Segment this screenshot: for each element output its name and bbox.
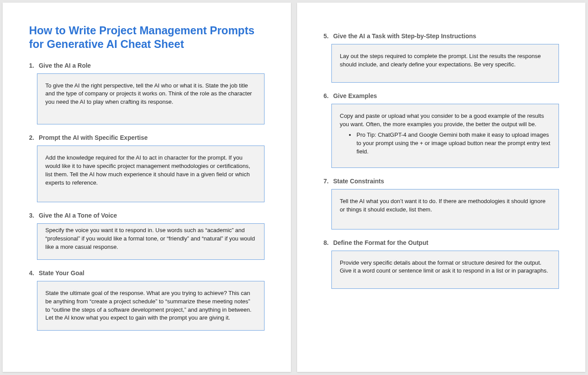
section-body-box: Copy and paste or upload what you consid…	[331, 104, 559, 168]
section-1: 1. Give the AI a Role To give the AI the…	[29, 62, 265, 125]
section-heading-text: Give Examples	[333, 92, 377, 99]
section-heading-text: Give the AI a Role	[39, 62, 91, 69]
section-body-text: Tell the AI what you don’t want it to do…	[340, 198, 546, 213]
section-heading: 7. State Constraints	[323, 178, 559, 185]
section-body-box: Add the knowledge required for the AI to…	[37, 146, 265, 202]
section-4: 4. State Your Goal State the ultimate go…	[29, 269, 265, 331]
section-body-text: Lay out the steps required to complete t…	[340, 53, 541, 68]
section-heading: 6. Give Examples	[323, 92, 559, 99]
section-heading-text: State Constraints	[333, 178, 384, 185]
section-number: 3.	[29, 212, 37, 219]
section-heading-text: Prompt the AI with Specific Expertise	[39, 134, 148, 141]
section-number: 7.	[323, 178, 331, 185]
section-heading: 5. Give the AI a Task with Step-by-Step …	[323, 33, 559, 40]
section-body-box: State the ultimate goal of the response.…	[37, 281, 265, 331]
document-title: How to Write Project Management Prompts …	[29, 24, 265, 51]
section-body-box: Tell the AI what you don’t want it to do…	[331, 189, 559, 229]
section-8: 8. Define the Format for the Output Prov…	[323, 239, 559, 289]
section-5: 5. Give the AI a Task with Step-by-Step …	[323, 33, 559, 83]
section-heading-text: Give the AI a Tone of Voice	[39, 212, 117, 219]
section-body-text: Provide very specific details about the …	[340, 259, 548, 274]
section-body-box: Lay out the steps required to complete t…	[331, 44, 559, 83]
section-6: 6. Give Examples Copy and paste or uploa…	[323, 92, 559, 168]
section-body-box: Specify the voice you want it to respond…	[37, 223, 265, 260]
page-2: 5. Give the AI a Task with Step-by-Step …	[297, 3, 585, 372]
section-heading: 2. Prompt the AI with Specific Expertise	[29, 134, 265, 141]
section-heading: 1. Give the AI a Role	[29, 62, 265, 69]
section-heading: 4. State Your Goal	[29, 269, 265, 277]
section-number: 8.	[323, 239, 331, 246]
section-body-box: To give the AI the right perspective, te…	[37, 73, 265, 125]
section-7: 7. State Constraints Tell the AI what yo…	[323, 178, 559, 229]
section-bullet-item: Pro Tip: ChatGPT-4 and Google Gemini bot…	[356, 131, 551, 156]
section-number: 5.	[323, 33, 331, 40]
section-number: 2.	[29, 134, 37, 141]
section-body-text: State the ultimate goal of the response.…	[45, 290, 251, 321]
section-body-box: Provide very specific details about the …	[331, 251, 559, 289]
page-1: How to Write Project Management Prompts …	[3, 3, 291, 372]
section-body-text: Add the knowledge required for the AI to…	[45, 154, 250, 186]
section-heading-text: State Your Goal	[39, 269, 85, 277]
section-heading: 3. Give the AI a Tone of Voice	[29, 212, 265, 219]
section-heading-text: Define the Format for the Output	[333, 239, 428, 246]
section-number: 1.	[29, 62, 37, 69]
section-bullet-list: Pro Tip: ChatGPT-4 and Google Gemini bot…	[340, 131, 551, 156]
section-heading-text: Give the AI a Task with Step-by-Step Ins…	[333, 33, 476, 40]
section-body-text: Specify the voice you want it to respond…	[45, 227, 255, 250]
section-3: 3. Give the AI a Tone of Voice Specify t…	[29, 212, 265, 260]
section-heading: 8. Define the Format for the Output	[323, 239, 559, 246]
section-body-text: To give the AI the right perspective, te…	[45, 82, 252, 106]
section-2: 2. Prompt the AI with Specific Expertise…	[29, 134, 265, 202]
section-number: 6.	[323, 92, 331, 99]
section-number: 4.	[29, 269, 37, 277]
section-body-text: Copy and paste or upload what you consid…	[340, 113, 544, 127]
